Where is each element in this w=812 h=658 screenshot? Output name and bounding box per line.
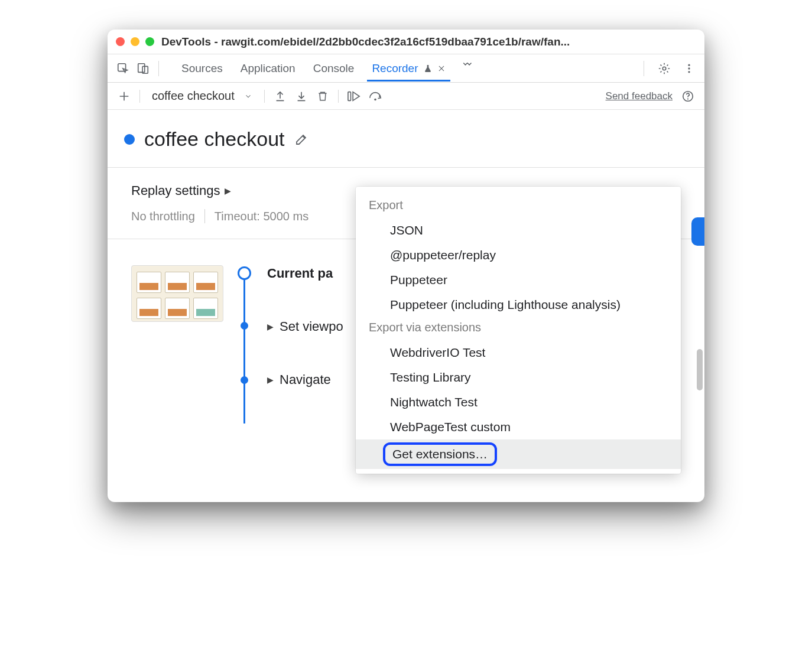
timeout-value: Timeout: 5000 ms (215, 210, 308, 223)
settings-gear-icon[interactable] (656, 60, 673, 77)
divider (158, 61, 159, 76)
step-label: Navigate (280, 372, 331, 387)
export-dropdown: Export JSON @puppeteer/replay Puppeteer … (356, 187, 681, 474)
replay-settings-label: Replay settings (131, 183, 220, 198)
replay-icon[interactable] (345, 88, 363, 105)
throttling-value: No throttling (131, 210, 195, 223)
tab-sources[interactable]: Sources (177, 56, 228, 81)
header-right-icons (640, 60, 697, 77)
chevron-down-icon (244, 92, 252, 100)
recording-selector[interactable]: coffee checkout (146, 89, 258, 103)
svg-point-6 (688, 71, 690, 73)
minimize-window-icon[interactable] (131, 37, 139, 46)
tab-application[interactable]: Application (236, 56, 300, 81)
export-ext-section-label: Export via extensions (356, 317, 681, 340)
recording-title: coffee checkout (144, 128, 285, 151)
export-icon[interactable] (271, 88, 290, 105)
export-testing-library[interactable]: Testing Library (356, 365, 681, 390)
timeline-node (238, 266, 251, 280)
divider (338, 90, 339, 103)
export-nightwatch[interactable]: Nightwatch Test (356, 390, 681, 415)
panel-tabs-row: Sources Application Console Recorder (108, 54, 704, 83)
svg-point-5 (688, 67, 690, 69)
tab-recorder[interactable]: Recorder (367, 56, 450, 81)
flask-icon (423, 64, 433, 73)
svg-point-3 (662, 67, 666, 70)
timeline-line (243, 272, 245, 424)
divider (204, 209, 205, 223)
window-controls (116, 37, 154, 46)
delete-icon[interactable] (313, 88, 332, 105)
export-puppeteer-lighthouse[interactable]: Puppeteer (including Lighthouse analysis… (356, 292, 681, 317)
recorder-toolbar: coffee checkout Send feedback (108, 83, 704, 110)
window-title: DevTools - rawgit.com/ebidel/2d2bb0cdec3… (161, 35, 696, 48)
inspect-icon[interactable] (115, 60, 131, 77)
edit-icon[interactable] (294, 132, 308, 146)
step-over-icon[interactable] (366, 88, 385, 105)
device-toggle-icon[interactable] (135, 60, 151, 77)
export-puppeteer-replay[interactable]: @puppeteer/replay (356, 243, 681, 268)
export-puppeteer[interactable]: Puppeteer (356, 268, 681, 292)
recording-selector-label: coffee checkout (152, 89, 235, 103)
svg-point-10 (687, 98, 688, 99)
titlebar: DevTools - rawgit.com/ebidel/2d2bb0cdec3… (108, 30, 704, 54)
recorder-content: coffee checkout Replay settings ▶ No thr… (108, 110, 704, 502)
help-icon[interactable] (678, 88, 697, 105)
get-extensions[interactable]: Get extensions… (356, 439, 681, 469)
kebab-menu-icon[interactable] (681, 60, 697, 77)
tab-recorder-label: Recorder (372, 62, 418, 75)
import-icon[interactable] (292, 88, 311, 105)
svg-rect-1 (138, 63, 145, 72)
svg-point-4 (688, 64, 690, 66)
close-tab-icon[interactable] (437, 64, 446, 73)
replay-button-peek[interactable] (691, 217, 704, 246)
timeline-dot (241, 322, 248, 330)
svg-rect-0 (118, 63, 126, 71)
recording-indicator-icon (124, 134, 135, 145)
send-feedback-link[interactable]: Send feedback (606, 90, 673, 102)
recording-heading: coffee checkout (108, 110, 704, 167)
more-tabs-icon[interactable] (459, 56, 475, 73)
triangle-right-icon: ▶ (267, 322, 274, 331)
divider (644, 61, 644, 76)
close-window-icon[interactable] (116, 37, 125, 46)
triangle-right-icon: ▶ (267, 375, 274, 385)
page-thumbnail (131, 265, 223, 322)
new-recording-icon[interactable] (115, 88, 134, 105)
scrollbar[interactable] (697, 349, 703, 390)
svg-rect-7 (348, 92, 351, 100)
export-section-label: Export (356, 195, 681, 218)
devtools-window: DevTools - rawgit.com/ebidel/2d2bb0cdec3… (108, 30, 704, 502)
export-json[interactable]: JSON (356, 218, 681, 243)
divider (139, 90, 140, 103)
step-label: Set viewpo (280, 319, 343, 334)
get-extensions-label: Get extensions… (383, 442, 497, 466)
tab-console[interactable]: Console (308, 56, 359, 81)
panel-tabs: Sources Application Console Recorder (177, 56, 475, 81)
export-webdriverio[interactable]: WebdriverIO Test (356, 340, 681, 365)
step-label: Current pa (267, 266, 333, 281)
divider (264, 90, 265, 103)
timeline-dot (241, 376, 248, 384)
triangle-right-icon: ▶ (225, 186, 231, 196)
export-webpagetest[interactable]: WebPageTest custom (356, 415, 681, 439)
svg-point-8 (374, 98, 376, 100)
maximize-window-icon[interactable] (145, 37, 154, 46)
